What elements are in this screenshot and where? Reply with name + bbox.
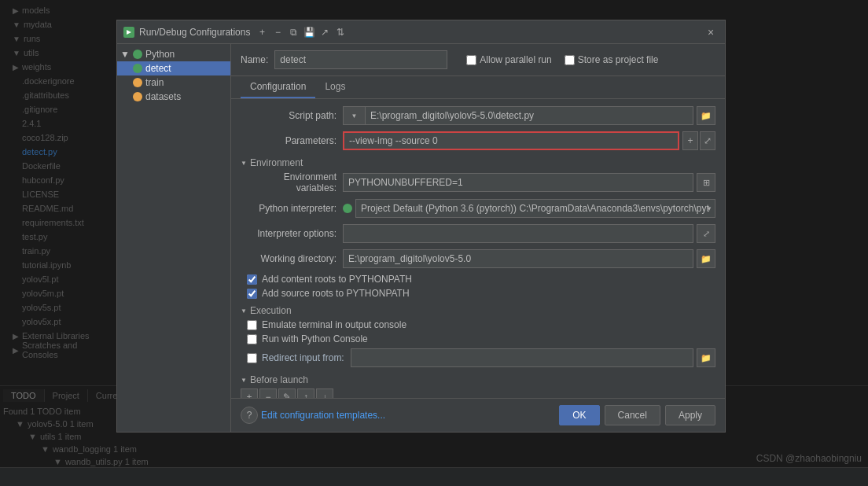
env-vars-content: ⊞ [343,173,715,192]
working-dir-content: 📁 [343,249,715,268]
env-vars-edit-btn[interactable]: ⊞ [697,173,715,192]
execution-section: ▼ Execution [241,305,715,316]
interpreter-options-row: Interpreter options: ⤢ [241,223,715,244]
add-config-btn[interactable]: + [255,25,269,39]
store-project-checkbox[interactable] [565,55,575,65]
add-content-label: Add content roots to PYTHONPATH [262,274,412,285]
launch-add-btn[interactable]: + [241,388,258,398]
working-dir-input[interactable] [343,249,693,268]
emulate-terminal-label: Emulate terminal in output console [262,319,406,330]
run-python-console-label: Run with Python Console [262,333,368,344]
redirect-input-checkbox[interactable] [247,353,257,363]
parameters-content: + ⤢ [343,131,715,150]
parameters-label: Parameters: [241,135,343,146]
config-scrollable: Script path: ▼ 📁 Parameters: [231,99,725,398]
edit-templates-link[interactable]: Edit configuration templates... [261,410,385,421]
run-icon-datasets [133,92,142,101]
svg-marker-0 [127,30,131,35]
env-vars-row: Environment variables: ⊞ [241,171,715,193]
environment-section: ▼ Environment [241,157,715,168]
env-vars-input[interactable] [343,173,693,192]
params-add-btn[interactable]: + [682,131,698,150]
params-buttons: + ⤢ [682,131,715,150]
run-python-console-row: Run with Python Console [241,333,715,344]
footer-left: ? Edit configuration templates... [241,407,385,424]
parameters-input[interactable] [343,131,679,150]
dialog-close-button[interactable]: × [703,24,719,40]
dialog-icon [123,27,134,38]
add-source-roots-row: Add source roots to PYTHONPATH [241,288,715,299]
run-icon [133,64,142,73]
execution-expand-icon: ▼ [241,307,247,315]
copy-config-btn[interactable]: ⧉ [286,25,300,39]
share-config-btn[interactable]: ↗ [318,25,332,39]
working-dir-label: Working directory: [241,253,343,264]
launch-edit-btn[interactable]: ✎ [278,388,296,398]
launch-remove-btn[interactable]: − [259,388,277,398]
config-right-panel: Name: Allow parallel run Store as projec… [231,44,725,432]
dialog-title: Run/Debug Configurations [139,27,250,38]
interpreter-select[interactable]: Project Default (Python 3.6 (pytorch)) C… [355,199,715,218]
config-name-row: Name: Allow parallel run Store as projec… [231,44,725,76]
tab-configuration[interactable]: Configuration [241,76,315,98]
dialog-titlebar: Run/Debug Configurations + − ⧉ 💾 ↗ ⇅ × [117,20,725,44]
sort-config-btn[interactable]: ⇅ [333,25,348,39]
config-content: Script path: ▼ 📁 Parameters: [231,99,725,398]
working-dir-folder-btn[interactable]: 📁 [697,249,715,268]
redirect-input-folder-btn[interactable]: 📁 [697,348,715,367]
allow-parallel-checkbox[interactable] [466,55,476,65]
interpreter-options-content: ⤢ [343,224,715,243]
interpreter-select-wrapper: Project Default (Python 3.6 (pytorch)) C… [355,199,715,218]
footer-buttons: OK Cancel Apply [559,405,715,425]
script-path-type-btn[interactable]: ▼ [343,106,365,125]
tree-item-datasets[interactable]: datasets [117,90,230,104]
add-source-checkbox[interactable] [247,289,257,299]
env-vars-label: Environment variables: [241,171,343,193]
store-project-label: Store as project file [578,54,659,65]
dialog-titlebar-left: Run/Debug Configurations + − ⧉ 💾 ↗ ⇅ [123,25,348,39]
working-dir-row: Working directory: 📁 [241,249,715,269]
apply-button[interactable]: Apply [665,405,715,425]
tree-item-detect[interactable]: detect [117,61,230,75]
store-project-checkbox-item: Store as project file [565,54,659,65]
config-tabs: Configuration Logs [231,76,725,99]
interpreter-options-expand-btn[interactable]: ⤢ [697,224,715,243]
tree-item-train[interactable]: train [117,75,230,90]
dialog-toolbar: + − ⧉ 💾 ↗ ⇅ [255,25,348,39]
redirect-input-row: Redirect input from: 📁 [241,348,715,368]
ok-button[interactable]: OK [559,405,599,425]
launch-up-btn[interactable]: ↑ [297,388,314,398]
save-config-btn[interactable]: 💾 [302,25,316,39]
name-input[interactable] [274,50,447,69]
params-expand-btn[interactable]: ⤢ [700,131,715,150]
run-python-console-checkbox[interactable] [247,334,257,344]
emulate-terminal-row: Emulate terminal in output console [241,319,715,330]
config-tree: ▼ Python detect train datasets [117,44,231,432]
script-path-dropdown-row: ▼ [343,106,693,125]
redirect-input-label: Redirect input from: [262,352,344,363]
launch-add-row: + − ✎ ↑ ↓ [241,388,715,398]
help-button[interactable]: ? [241,407,258,424]
before-launch-section: ▼ Before launch [241,374,715,385]
python-icon [133,50,142,59]
interpreter-status-icon [343,204,352,213]
script-path-content: ▼ 📁 [343,106,715,125]
python-interpreter-row: Python interpreter: Project Default (Pyt… [241,198,715,219]
allow-parallel-label: Allow parallel run [480,54,551,65]
interpreter-options-input[interactable] [343,224,693,243]
remove-config-btn[interactable]: − [270,25,285,39]
script-path-input[interactable] [365,106,693,125]
tree-group-python[interactable]: ▼ Python [117,47,230,61]
redirect-input-field[interactable] [351,348,693,367]
add-content-checkbox[interactable] [247,274,257,285]
parameters-row: Parameters: + ⤢ [241,131,715,151]
config-checkboxes: Allow parallel run Store as project file [466,54,658,65]
add-source-label: Add source roots to PYTHONPATH [262,288,410,299]
tab-logs[interactable]: Logs [315,76,355,98]
script-path-folder-btn[interactable]: 📁 [697,106,715,125]
launch-down-btn[interactable]: ↓ [316,388,333,398]
script-path-label: Script path: [241,110,343,121]
name-label: Name: [241,54,268,65]
emulate-terminal-checkbox[interactable] [247,320,257,330]
cancel-button[interactable]: Cancel [605,405,660,425]
